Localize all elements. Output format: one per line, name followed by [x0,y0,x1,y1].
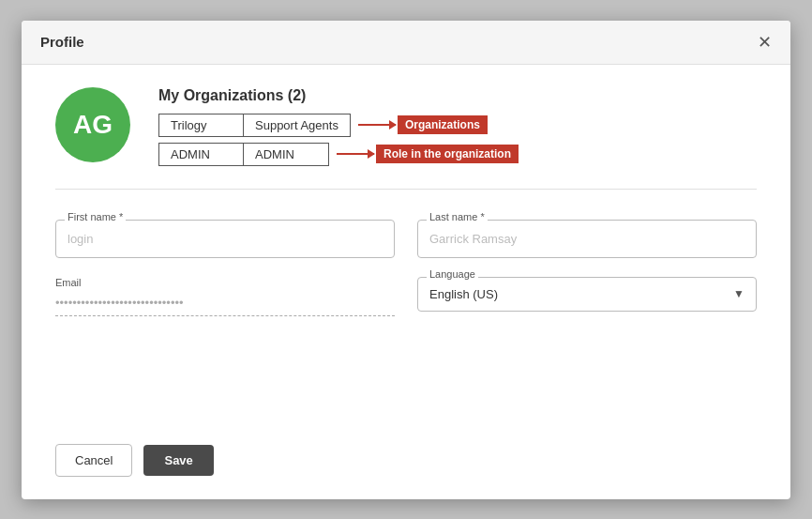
first-name-label: First name * [65,211,126,222]
org-role-1: ADMIN [159,144,244,165]
org-name-trilogy: Trilogy [159,114,244,136]
role-label: Role in the organization [376,145,519,163]
org-role-2: ADMIN [244,144,328,165]
org-annotation-wrapper: Trilogy Support Agents Organizations ADM… [158,114,757,166]
org-info: My Organizations (2) Trilogy Support Age… [158,87,757,166]
organizations-label: Organizations [398,115,488,134]
first-name-input[interactable] [55,220,395,258]
last-name-group: Last name * [417,220,757,258]
profile-section: AG My Organizations (2) Trilogy Support … [55,87,757,190]
organizations-annotation: Organizations [358,115,488,134]
chevron-down-icon: ▼ [733,287,744,300]
email-label: Email [55,277,395,288]
org-row-2: ADMIN ADMIN Role in the organization [158,143,757,166]
save-button[interactable]: Save [143,445,213,476]
first-name-group: First name * [55,220,395,258]
language-label: Language [427,268,478,280]
arrow-line-1 [358,124,396,126]
dialog-footer: Cancel Save [22,444,790,499]
last-name-input[interactable] [417,220,757,258]
language-value: English (US) [429,287,498,301]
org-row-1: Trilogy Support Agents Organizations [158,114,757,137]
cancel-button[interactable]: Cancel [55,444,132,477]
last-name-label: Last name * [427,211,488,222]
arrow-line-2 [337,153,374,155]
email-group: Email •••••••••••••••••••••••••••••• [55,277,395,316]
email-value: •••••••••••••••••••••••••••••• [55,290,395,316]
email-language-row: Email •••••••••••••••••••••••••••••• Lan… [55,277,757,316]
name-row: First name * Last name * [55,220,757,258]
profile-dialog: Profile ✕ AG My Organizations (2) Trilog… [22,21,790,499]
close-button[interactable]: ✕ [758,34,772,51]
role-annotation: Role in the organization [337,145,519,163]
avatar: AG [55,87,130,162]
language-select[interactable]: English (US) ▼ [417,277,757,312]
org-roles-row: ADMIN ADMIN [158,143,329,166]
dialog-title: Profile [40,34,84,50]
language-group: Language English (US) ▼ [417,277,757,316]
dialog-header: Profile ✕ [22,21,790,65]
org-names-row: Trilogy Support Agents [158,114,351,137]
org-section-title: My Organizations (2) [158,87,757,104]
org-name-support-agents: Support Agents [244,114,350,136]
dialog-body: AG My Organizations (2) Trilogy Support … [22,65,790,444]
